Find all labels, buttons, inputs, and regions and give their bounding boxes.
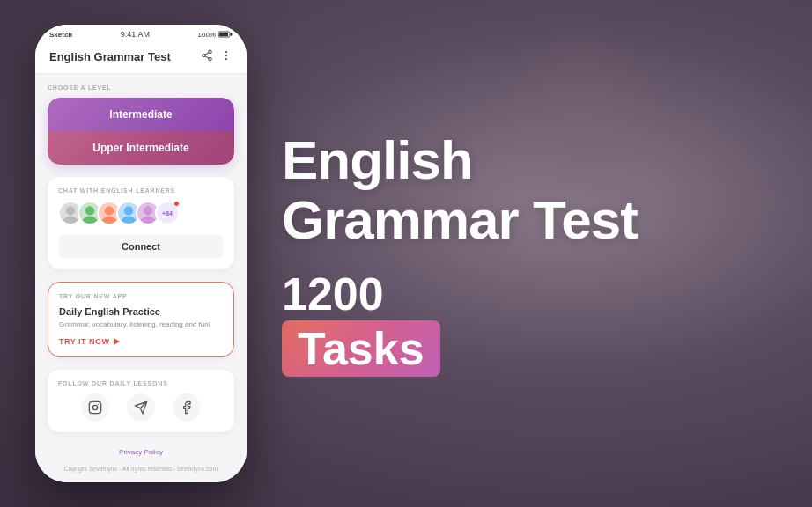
- tasks-badge-container: 1200 Tasks: [282, 271, 742, 377]
- chat-section: CHAT WITH ENGLISH LEARNERS +84 Connect: [48, 177, 234, 269]
- privacy-link[interactable]: Privacy Policy: [48, 448, 234, 456]
- carrier-label: Sketch: [49, 31, 72, 39]
- svg-rect-11: [89, 401, 100, 413]
- follow-label: FOLLOW OUR DAILY LESSONS: [58, 380, 224, 386]
- app-title: English Grammar Test: [49, 50, 171, 63]
- main-title: English Grammar Test: [282, 130, 742, 250]
- phone-mockup: Sketch 9:41 AM 100% English Grammar Test: [35, 25, 247, 482]
- level-card: Intermediate Upper Intermediate: [48, 98, 234, 165]
- tasks-number: 1200: [282, 271, 384, 317]
- try-app-label: TRY OUR NEW APP: [59, 293, 223, 299]
- tasks-word-box: Tasks: [282, 320, 440, 377]
- svg-point-9: [225, 55, 227, 56]
- follow-section: FOLLOW OUR DAILY LESSONS: [48, 370, 234, 432]
- copyright-text: Coyright Sevenlynx - All rights reserved…: [64, 466, 218, 472]
- title-line2: Grammar Test: [282, 189, 638, 250]
- share-icon[interactable]: [201, 49, 213, 64]
- facebook-icon[interactable]: [173, 393, 201, 422]
- svg-line-7: [205, 53, 209, 55]
- phone-body: CHOOSE A LEVEL Intermediate Upper Interm…: [35, 74, 247, 482]
- instagram-icon[interactable]: [81, 393, 109, 422]
- content-area: Sketch 9:41 AM 100% English Grammar Test: [0, 0, 812, 507]
- svg-point-12: [92, 405, 97, 409]
- play-icon: [114, 338, 120, 345]
- svg-rect-1: [230, 33, 232, 36]
- new-app-desc: Grammar, vocabulary, listening, reading …: [59, 320, 223, 328]
- new-app-section: TRY OUR NEW APP Daily English Practice G…: [48, 282, 234, 357]
- svg-rect-2: [219, 33, 228, 36]
- right-content: English Grammar Test 1200 Tasks: [247, 130, 777, 377]
- more-icon[interactable]: [220, 49, 233, 64]
- new-app-title: Daily English Practice: [59, 306, 223, 317]
- upper-intermediate-button[interactable]: Upper Intermediate: [48, 131, 234, 165]
- svg-point-10: [225, 58, 227, 60]
- tasks-word-row: Tasks: [282, 320, 742, 377]
- svg-point-8: [225, 51, 227, 53]
- app-header: English Grammar Test: [35, 42, 247, 74]
- social-icons: [58, 393, 224, 422]
- chat-label: CHAT WITH ENGLISH LEARNERS: [58, 187, 224, 194]
- battery-label: 100%: [198, 31, 233, 39]
- phone-footer: Privacy Policy Coyright Sevenlynx - All …: [48, 445, 234, 481]
- try-now-button[interactable]: TRY IT NOW: [59, 337, 120, 346]
- header-icons: [201, 49, 233, 64]
- level-section: CHOOSE A LEVEL Intermediate Upper Interm…: [48, 84, 234, 165]
- intermediate-button[interactable]: Intermediate: [48, 98, 234, 131]
- connect-button[interactable]: Connect: [58, 234, 224, 259]
- choose-level-label: CHOOSE A LEVEL: [48, 84, 234, 91]
- telegram-icon[interactable]: [127, 393, 155, 422]
- title-line1: English: [282, 129, 473, 190]
- notification-dot: [173, 201, 180, 207]
- svg-line-6: [205, 56, 209, 58]
- chat-avatars: +84: [58, 201, 224, 225]
- avatar-more: +84: [155, 201, 180, 225]
- tasks-word: Tasks: [298, 323, 424, 374]
- time-label: 9:41 AM: [121, 30, 150, 39]
- tasks-row: 1200: [282, 271, 742, 317]
- status-bar: Sketch 9:41 AM 100%: [35, 25, 247, 42]
